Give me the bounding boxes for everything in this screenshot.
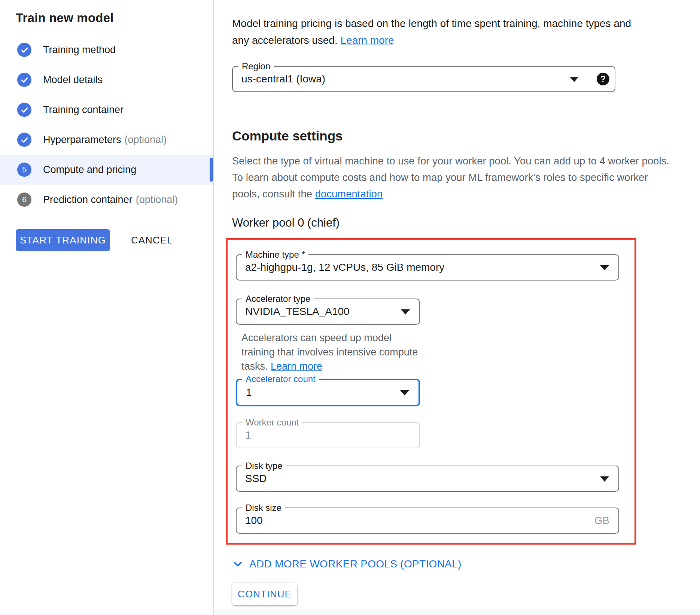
page-title: Train new model [16, 10, 213, 25]
step-number: 5 [22, 165, 27, 175]
step-training-method[interactable]: Training method [0, 35, 213, 65]
accelerator-count-value: 1 [246, 387, 252, 399]
step-hyperparameters[interactable]: Hyperparameters (optional) [0, 125, 213, 155]
accelerator-count-label: Accelerator count [242, 374, 319, 384]
region-help-icon[interactable]: ? [597, 73, 609, 85]
pricing-learn-more-link[interactable]: Learn more [341, 34, 394, 46]
step-training-container[interactable]: Training container [0, 95, 213, 125]
machine-type-value: a2-highgpu-1g, 12 vCPUs, 85 GiB memory [245, 261, 444, 273]
add-more-worker-pools-toggle[interactable]: ADD MORE WORKER POOLS (OPTIONAL) [232, 558, 462, 570]
accelerator-helper-body: Accelerators can speed up model training… [241, 332, 418, 372]
disk-size-unit: GB [594, 515, 609, 527]
step-prediction-container[interactable]: 6 Prediction container (optional) [0, 185, 213, 215]
wizard-steps: Training method Model details Training c… [0, 35, 213, 215]
step-compute-and-pricing[interactable]: 5 Compute and pricing [0, 155, 213, 185]
step-model-details[interactable]: Model details [0, 65, 213, 95]
dropdown-caret-icon [600, 476, 609, 482]
cancel-button[interactable]: CANCEL [129, 234, 175, 246]
accelerator-helper-text: Accelerators can speed up model training… [241, 331, 451, 373]
accelerator-type-select[interactable]: Accelerator type NVIDIA_TESLA_A100 [236, 299, 420, 325]
dropdown-caret-icon [400, 390, 409, 396]
worker-count-label: Worker count [242, 418, 302, 427]
worker-count-value: 1 [245, 429, 251, 441]
dropdown-caret-icon [600, 265, 609, 270]
bottom-section-strip [214, 609, 700, 615]
region-field-label: Region [238, 61, 274, 71]
step-label: Compute and pricing [43, 164, 136, 176]
worker-count-input: Worker count 1 [236, 422, 420, 448]
region-select[interactable]: Region us-central1 (Iowa) ? [232, 66, 615, 92]
accelerator-type-label: Accelerator type [242, 294, 314, 304]
add-more-worker-pools-label: ADD MORE WORKER POOLS (OPTIONAL) [249, 558, 462, 570]
wizard-actions: START TRAINING CANCEL [16, 229, 213, 251]
compute-settings-description-body: Select the type of virtual machine to us… [232, 155, 669, 200]
region-field-row: Region us-central1 (Iowa) ? [232, 66, 700, 92]
step-completed-check-icon [17, 133, 31, 147]
train-new-model-page: Train new model Training method Model de… [0, 0, 700, 615]
step-label-text: Training container [43, 104, 124, 116]
accelerator-learn-more-link[interactable]: Learn more [271, 361, 322, 372]
active-step-indicator [210, 158, 213, 182]
step-completed-check-icon [17, 73, 31, 87]
step-label: Training method [43, 44, 116, 56]
accelerator-count-select[interactable]: Accelerator count 1 [236, 379, 420, 406]
step-label: Prediction container [43, 194, 133, 206]
start-training-button[interactable]: START TRAINING [16, 229, 110, 251]
disk-type-select[interactable]: Disk type SSD [236, 466, 619, 492]
step-label: Model details [43, 74, 103, 86]
pricing-intro-body: Model training pricing is based on the l… [232, 18, 631, 46]
disk-size-label: Disk size [242, 503, 285, 513]
pricing-intro-text: Model training pricing is based on the l… [232, 15, 696, 49]
accelerator-type-value: NVIDIA_TESLA_A100 [245, 306, 350, 318]
region-field-value: us-central1 (Iowa) [241, 73, 325, 85]
continue-button[interactable]: CONTINUE [232, 583, 297, 605]
chevron-down-icon [232, 558, 243, 570]
dropdown-caret-icon [401, 309, 410, 315]
step-optional-suffix: (optional) [125, 134, 167, 146]
highlighted-worker-pool-form: Machine type * a2-highgpu-1g, 12 vCPUs, … [226, 238, 636, 545]
dropdown-caret-icon [570, 77, 579, 82]
step-completed-check-icon [17, 43, 31, 57]
machine-type-select[interactable]: Machine type * a2-highgpu-1g, 12 vCPUs, … [236, 254, 619, 281]
compute-and-pricing-panel: Model training pricing is based on the l… [214, 0, 700, 615]
documentation-link[interactable]: documentation [315, 188, 383, 200]
compute-settings-description: Select the type of virtual machine to us… [232, 153, 698, 202]
step-number-badge: 6 [17, 193, 31, 207]
compute-settings-heading: Compute settings [232, 128, 700, 144]
disk-size-value: 100 [245, 515, 263, 527]
step-optional-suffix: (optional) [136, 194, 178, 206]
wizard-sidebar: Train new model Training method Model de… [0, 0, 213, 615]
step-label: Hyperparameters [43, 134, 121, 146]
disk-type-label: Disk type [242, 461, 286, 471]
disk-type-value: SSD [245, 473, 267, 485]
disk-size-input[interactable]: Disk size 100 GB [236, 508, 619, 534]
worker-pool-heading: Worker pool 0 (chief) [232, 216, 700, 230]
step-number-badge: 5 [17, 163, 31, 177]
machine-type-label: Machine type * [242, 250, 308, 260]
step-completed-check-icon [17, 103, 31, 117]
step-number: 6 [22, 195, 27, 205]
